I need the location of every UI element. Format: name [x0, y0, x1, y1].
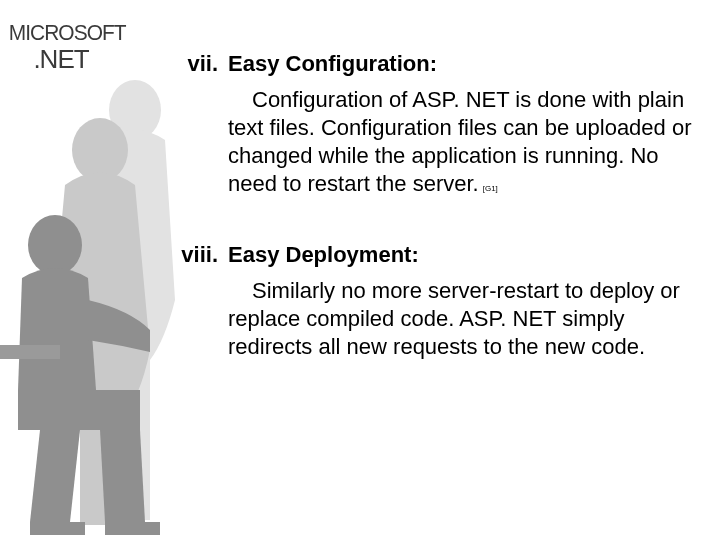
item-body: Configuration of ASP. NET is done with p… — [228, 86, 700, 203]
citation: [G1] — [483, 184, 498, 193]
svg-rect-3 — [0, 345, 60, 359]
svg-point-0 — [109, 80, 161, 140]
list-item: vii. Easy Configuration: Configuration o… — [160, 50, 700, 203]
item-body-text: Similarly no more server-restart to depl… — [228, 278, 680, 359]
list-item: viii. Easy Deployment: Similarly no more… — [160, 241, 700, 366]
item-marker: viii. — [160, 241, 228, 269]
item-body: Similarly no more server-restart to depl… — [228, 277, 700, 366]
logo-line1: MICROSOFT — [9, 22, 114, 44]
svg-point-1 — [72, 118, 128, 182]
item-heading: Easy Configuration: — [228, 50, 437, 78]
slide: MICROSOFT .NET vii. Easy Configuration: … — [0, 0, 720, 540]
logo-line2: .NET — [6, 46, 116, 72]
svg-point-2 — [28, 215, 82, 275]
content-list: vii. Easy Configuration: Configuration o… — [160, 50, 700, 404]
item-body-text: Configuration of ASP. NET is done with p… — [228, 87, 692, 196]
microsoft-dotnet-logo: MICROSOFT .NET — [6, 22, 116, 72]
item-heading: Easy Deployment: — [228, 241, 419, 269]
item-marker: vii. — [160, 50, 228, 78]
